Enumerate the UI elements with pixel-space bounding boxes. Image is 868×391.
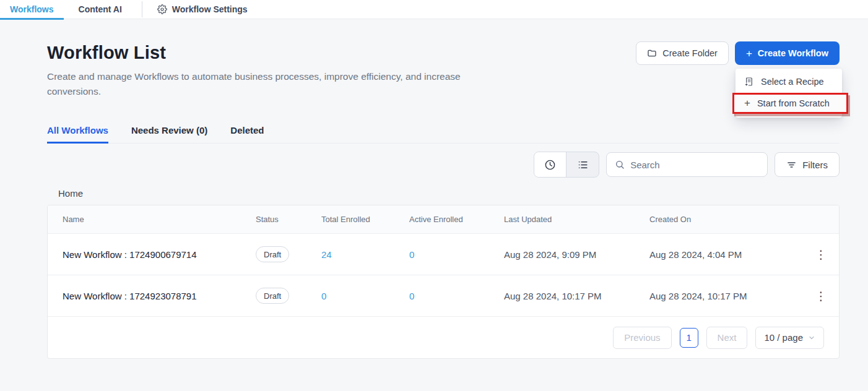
list-view-button[interactable] bbox=[566, 152, 599, 177]
select-a-recipe-label: Select a Recipe bbox=[761, 77, 824, 87]
workflow-name-link[interactable]: New Workflow : 1724900679714 bbox=[63, 249, 256, 260]
column-header-active-enrolled: Active Enrolled bbox=[409, 215, 504, 224]
topnav-workflows-label: Workflows bbox=[10, 4, 54, 14]
folder-icon bbox=[647, 48, 657, 58]
breadcrumb[interactable]: Home bbox=[58, 188, 840, 199]
create-folder-label: Create Folder bbox=[662, 48, 718, 58]
status-badge: Draft bbox=[256, 288, 289, 304]
top-navigation-bar: Workflows Content AI Workflow Settings bbox=[0, 0, 868, 19]
total-enrolled-link[interactable]: 0 bbox=[321, 291, 326, 301]
search-icon bbox=[615, 160, 625, 170]
topnav-item-content-ai[interactable]: Content AI bbox=[74, 0, 127, 19]
page-size-label: 10 / page bbox=[764, 332, 803, 343]
clock-icon bbox=[544, 159, 556, 171]
next-page-button[interactable]: Next bbox=[706, 327, 748, 349]
filters-button[interactable]: Filters bbox=[775, 152, 840, 177]
search-input[interactable] bbox=[630, 160, 759, 170]
history-view-button[interactable] bbox=[534, 152, 566, 177]
workflow-tabs: All Workflows Needs Review (0) Deleted bbox=[47, 125, 840, 144]
list-toolbar: Filters bbox=[47, 152, 840, 178]
column-header-last-updated: Last Updated bbox=[504, 215, 649, 224]
recipe-icon bbox=[744, 77, 754, 87]
column-header-status: Status bbox=[256, 215, 321, 224]
workflow-name-link[interactable]: New Workflow : 1724923078791 bbox=[63, 291, 256, 301]
annotation-highlight-box: + Start from Scratch bbox=[732, 93, 848, 114]
row-kebab-menu-icon[interactable]: ⋮ bbox=[810, 288, 832, 304]
tab-all-workflows[interactable]: All Workflows bbox=[47, 125, 108, 143]
tab-needs-review[interactable]: Needs Review (0) bbox=[131, 125, 207, 143]
page-header-text: Workflow List Create and manage Workflow… bbox=[47, 43, 508, 99]
page-number-button[interactable]: 1 bbox=[680, 328, 698, 348]
search-box bbox=[606, 152, 768, 177]
row-kebab-menu-icon[interactable]: ⋮ bbox=[810, 246, 832, 263]
last-updated-value: Aug 28 2024, 10:17 PM bbox=[504, 291, 649, 301]
page-size-select[interactable]: 10 / page bbox=[755, 327, 824, 349]
column-header-created-on: Created On bbox=[649, 215, 803, 224]
active-enrolled-link[interactable]: 0 bbox=[409, 291, 414, 301]
chevron-down-icon bbox=[808, 334, 815, 342]
menu-item-select-a-recipe[interactable]: Select a Recipe bbox=[736, 72, 842, 92]
column-header-total-enrolled: Total Enrolled bbox=[321, 215, 409, 224]
page-title: Workflow List bbox=[47, 43, 508, 63]
create-workflow-button[interactable]: + Create Workflow bbox=[735, 41, 840, 65]
gear-icon bbox=[157, 4, 167, 14]
view-toggle-group bbox=[534, 152, 599, 178]
tab-deleted[interactable]: Deleted bbox=[230, 125, 264, 143]
table-header-row: Name Status Total Enrolled Active Enroll… bbox=[48, 205, 839, 234]
create-workflow-label: Create Workflow bbox=[758, 48, 828, 58]
topnav-workflow-settings-label: Workflow Settings bbox=[172, 4, 248, 14]
topnav-content-ai-label: Content AI bbox=[79, 4, 122, 14]
created-on-value: Aug 28 2024, 4:04 PM bbox=[649, 249, 803, 260]
start-from-scratch-label: Start from Scratch bbox=[757, 98, 830, 108]
plus-icon: + bbox=[746, 48, 752, 59]
active-enrolled-link[interactable]: 0 bbox=[409, 249, 414, 260]
page-header: Workflow List Create and manage Workflow… bbox=[47, 43, 840, 99]
topnav-item-workflow-settings[interactable]: Workflow Settings bbox=[152, 0, 253, 19]
pagination-bar: Previous 1 Next 10 / page bbox=[48, 317, 839, 358]
page-subtitle: Create and manage Workflows to automate … bbox=[47, 69, 508, 99]
workflow-table-card: Name Status Total Enrolled Active Enroll… bbox=[47, 205, 840, 359]
previous-page-button[interactable]: Previous bbox=[613, 327, 671, 349]
status-badge: Draft bbox=[256, 246, 289, 262]
last-updated-value: Aug 28 2024, 9:09 PM bbox=[504, 249, 649, 260]
topnav-divider bbox=[142, 1, 142, 17]
table-row: New Workflow : 1724923078791 Draft 0 0 A… bbox=[48, 275, 839, 317]
list-icon bbox=[577, 159, 589, 171]
topnav-item-workflows[interactable]: Workflows bbox=[5, 0, 59, 19]
table-row: New Workflow : 1724900679714 Draft 24 0 … bbox=[48, 234, 839, 275]
plus-icon: + bbox=[744, 98, 750, 108]
total-enrolled-link[interactable]: 24 bbox=[321, 249, 332, 260]
created-on-value: Aug 28 2024, 10:17 PM bbox=[649, 291, 803, 301]
create-folder-button[interactable]: Create Folder bbox=[636, 41, 729, 65]
column-header-name: Name bbox=[63, 215, 256, 224]
header-actions: Create Folder + Create Workflow Select a… bbox=[636, 41, 840, 65]
menu-item-start-from-scratch[interactable]: + Start from Scratch bbox=[734, 95, 846, 112]
filter-icon bbox=[786, 160, 797, 170]
create-workflow-menu: Select a Recipe + Start from Scratch bbox=[736, 69, 842, 118]
filters-label: Filters bbox=[802, 160, 828, 170]
